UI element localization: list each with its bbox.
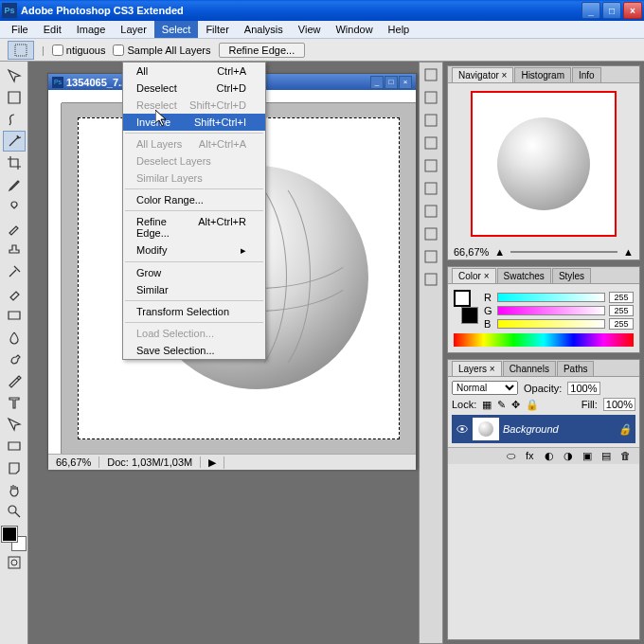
quick-mask[interactable] xyxy=(3,552,26,573)
tool-blur[interactable] xyxy=(3,327,26,348)
tool-notes[interactable] xyxy=(3,457,26,478)
tool-wand[interactable] xyxy=(3,131,26,152)
tab-channels[interactable]: Channels xyxy=(503,361,556,376)
tool-marquee[interactable] xyxy=(3,87,26,108)
tool-eraser[interactable] xyxy=(3,283,26,304)
new-layer-icon[interactable]: ▤ xyxy=(601,450,617,463)
dock-para[interactable] xyxy=(420,269,441,290)
refine-edge-button[interactable]: Refine Edge... xyxy=(219,43,306,58)
zoom-in-icon[interactable]: ▲ xyxy=(623,246,634,258)
dock-history2[interactable] xyxy=(420,110,441,131)
menu-item-deselect[interactable]: DeselectCtrl+D xyxy=(123,80,265,97)
group-icon[interactable]: ▣ xyxy=(582,450,598,463)
tab-layers[interactable]: Layers × xyxy=(452,361,502,376)
menu-item-refine-edge-[interactable]: Refine Edge...Alt+Ctrl+R xyxy=(123,213,265,242)
menu-layer[interactable]: Layer xyxy=(113,21,154,38)
menu-item-save-selection-[interactable]: Save Selection... xyxy=(123,342,265,359)
visibility-icon[interactable] xyxy=(456,422,469,436)
tab-histogram[interactable]: Histogram xyxy=(514,67,571,82)
menu-filter[interactable]: Filter xyxy=(198,21,236,38)
tool-eyedropper[interactable] xyxy=(3,174,26,195)
menu-analysis[interactable]: Analysis xyxy=(237,21,291,38)
background-color[interactable] xyxy=(461,307,478,324)
menu-file[interactable]: File xyxy=(4,21,36,38)
foreground-color[interactable] xyxy=(454,290,471,307)
zoom-out-icon[interactable]: ▲ xyxy=(494,246,505,258)
layer-row[interactable]: Background 🔒 xyxy=(452,415,635,443)
dock-channels2[interactable] xyxy=(420,201,441,222)
dock-bridge[interactable] xyxy=(420,64,441,85)
tab-styles[interactable]: Styles xyxy=(552,268,591,283)
close-button[interactable]: × xyxy=(623,2,642,19)
tool-shape[interactable] xyxy=(3,436,26,456)
minimize-button[interactable]: _ xyxy=(581,2,600,19)
link-layers-icon[interactable]: ⬭ xyxy=(507,450,522,463)
value-b[interactable]: 255 xyxy=(609,318,634,330)
menu-select[interactable]: Select xyxy=(154,21,199,38)
adjustment-layer-icon[interactable]: ◑ xyxy=(564,450,579,463)
sample-all-checkbox[interactable]: Sample All Layers xyxy=(113,45,210,56)
menu-edit[interactable]: Edit xyxy=(36,21,69,38)
color-swatches[interactable] xyxy=(2,527,27,551)
navigator-zoom[interactable]: 66,67% xyxy=(454,246,489,258)
layer-mask-icon[interactable]: ◐ xyxy=(545,450,560,463)
doc-maximize[interactable]: □ xyxy=(385,76,398,89)
value-r[interactable]: 255 xyxy=(609,292,634,303)
tool-lasso[interactable] xyxy=(3,109,26,130)
menu-item-grow[interactable]: Grow xyxy=(123,264,265,281)
tool-preset[interactable] xyxy=(8,41,34,60)
menu-item-color-range-[interactable]: Color Range... xyxy=(123,191,265,208)
menu-item-modify[interactable]: Modify▸ xyxy=(123,242,265,259)
tool-history[interactable] xyxy=(3,261,26,282)
menu-window[interactable]: Window xyxy=(328,21,380,38)
dock-arrange[interactable] xyxy=(420,87,441,108)
status-arrow[interactable]: ▶ xyxy=(201,456,224,469)
lock-paint-icon[interactable]: ✎ xyxy=(497,399,506,411)
lock-all-icon[interactable]: 🔒 xyxy=(526,399,539,411)
tool-dodge[interactable] xyxy=(3,349,26,369)
menu-image[interactable]: Image xyxy=(69,21,114,38)
dock-tool-presets[interactable] xyxy=(420,155,441,176)
tool-hand[interactable] xyxy=(3,479,26,500)
tool-path[interactable] xyxy=(3,414,26,435)
tool-zoom[interactable] xyxy=(3,501,26,522)
dock-actions[interactable] xyxy=(420,133,441,153)
fill-input[interactable]: 100% xyxy=(603,398,635,411)
layer-style-icon[interactable]: fx xyxy=(526,450,541,463)
menu-item-similar[interactable]: Similar xyxy=(123,281,265,298)
tab-swatches[interactable]: Swatches xyxy=(497,268,551,283)
tab-color[interactable]: Color × xyxy=(452,268,496,283)
dock-char[interactable] xyxy=(420,246,441,267)
tab-info[interactable]: Info xyxy=(572,67,601,82)
tab-paths[interactable]: Paths xyxy=(557,361,595,376)
menu-item-all[interactable]: AllCtrl+A xyxy=(123,63,265,80)
zoom-level[interactable]: 66,67% xyxy=(48,456,99,468)
maximize-button[interactable]: □ xyxy=(602,2,621,19)
value-g[interactable]: 255 xyxy=(609,305,634,316)
blend-mode-select[interactable]: Normal xyxy=(452,381,518,395)
dock-brushes[interactable] xyxy=(420,224,441,244)
zoom-slider[interactable] xyxy=(510,251,617,253)
tab-navigator[interactable]: Navigator × xyxy=(452,67,513,82)
delete-layer-icon[interactable]: 🗑 xyxy=(620,450,635,463)
tool-pen[interactable] xyxy=(3,370,26,391)
contiguous-checkbox[interactable]: ntiguous xyxy=(52,45,106,56)
doc-close[interactable]: × xyxy=(399,76,412,89)
menu-view[interactable]: View xyxy=(291,21,329,38)
slider-r[interactable] xyxy=(497,293,605,302)
slider-b[interactable] xyxy=(497,319,605,329)
tool-move[interactable] xyxy=(3,65,26,86)
navigator-preview[interactable] xyxy=(471,91,617,237)
lock-transparent-icon[interactable]: ▦ xyxy=(482,399,492,411)
tool-heal[interactable] xyxy=(3,196,26,217)
tool-type[interactable] xyxy=(3,392,26,413)
dock-layers2[interactable] xyxy=(420,178,441,199)
lock-move-icon[interactable]: ✥ xyxy=(511,399,520,411)
opacity-input[interactable]: 100% xyxy=(567,382,599,395)
slider-g[interactable] xyxy=(497,306,605,315)
menu-item-inverse[interactable]: InverseShift+Ctrl+I xyxy=(123,114,265,131)
doc-minimize[interactable]: _ xyxy=(370,76,384,89)
tool-gradient[interactable] xyxy=(3,305,26,326)
tool-stamp[interactable] xyxy=(3,240,26,260)
tool-brush[interactable] xyxy=(3,218,26,239)
